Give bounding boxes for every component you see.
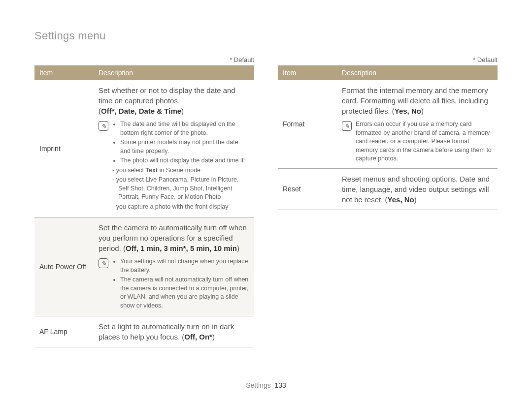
table-row: AF Lamp Set a light to automatically tur… [34, 316, 254, 347]
manual-page: Settings menu * Default Item Description… [0, 0, 532, 401]
item-description: Set whether or not to display the date a… [94, 80, 254, 217]
page-title: Settings menu [34, 30, 498, 42]
note-item: The camera will not automatically turn o… [120, 276, 249, 310]
page-footer: Settings 133 [0, 381, 532, 389]
subnote-item: you select Live Panorama, Picture in Pic… [118, 176, 249, 202]
item-name: Format [278, 80, 337, 169]
options-text: Off*, Date, Date & Time [101, 107, 181, 115]
default-note: * Default [278, 56, 498, 63]
note-block: ✎ The date and time will be displayed on… [99, 120, 249, 212]
table-row: Auto Power Off Set the camera to automat… [34, 217, 254, 316]
note-text: Errors can occur if you use a memory car… [356, 120, 493, 163]
settings-table-right: Item Description Format Format the inter… [278, 65, 498, 210]
note-icon: ✎ [99, 258, 108, 268]
item-description: Set a light to automatically turn on in … [94, 316, 254, 347]
header-item: Item [34, 66, 94, 80]
footer-section: Settings [246, 381, 271, 389]
options-text: Yes, No [395, 107, 421, 115]
note-block: ✎ Errors can occur if you use a memory c… [342, 120, 493, 163]
item-name: AF Lamp [34, 316, 94, 347]
options-text: Off, 1 min, 3 min*, 5 min, 10 min [126, 244, 237, 252]
item-description: Reset menus and shooting options. Date a… [337, 168, 498, 210]
right-column: * Default Item Description Format Format… [278, 56, 498, 347]
default-note: * Default [34, 56, 254, 63]
note-item: Some printer models may not print the da… [120, 138, 249, 155]
item-name: Imprint [34, 80, 94, 217]
table-row: Format Format the internal memory and th… [278, 80, 498, 169]
options-suffix: ) [414, 195, 417, 204]
subnote-item: you capture a photo with the front displ… [118, 203, 249, 212]
note-item: The photo will not display the date and … [120, 156, 249, 165]
item-description: Set the camera to automatically turn off… [94, 217, 254, 316]
options-suffix: ) [421, 107, 424, 115]
options-suffix: ) [212, 333, 215, 341]
header-item: Item [278, 66, 337, 80]
note-icon: ✎ [99, 121, 108, 131]
note-item: The date and time will be displayed on t… [120, 120, 249, 137]
header-description: Description [337, 66, 498, 80]
left-column: * Default Item Description Imprint Set w… [34, 56, 254, 347]
options-suffix: ) [181, 107, 184, 115]
item-name: Reset [278, 168, 337, 210]
subnote-item: you select Text in Scene mode [118, 166, 249, 175]
footer-page: 133 [275, 381, 286, 389]
two-column-layout: * Default Item Description Imprint Set w… [34, 56, 498, 347]
note-block: ✎ Your settings will not change when you… [99, 257, 249, 311]
item-description: Format the internal memory and the memor… [337, 80, 498, 169]
desc-text: Set whether or not to display the date a… [99, 86, 235, 105]
header-description: Description [94, 66, 254, 80]
options-text: Yes, No [388, 195, 414, 204]
settings-table-left: Item Description Imprint Set whether or … [34, 65, 254, 347]
item-name: Auto Power Off [34, 217, 94, 316]
note-item: Your settings will not change when you r… [120, 257, 249, 275]
table-row: Reset Reset menus and shooting options. … [278, 168, 498, 210]
options-suffix: ) [237, 244, 239, 252]
options-text: Off, On* [184, 333, 212, 341]
table-row: Imprint Set whether or not to display th… [34, 80, 254, 217]
note-icon: ✎ [342, 121, 352, 131]
